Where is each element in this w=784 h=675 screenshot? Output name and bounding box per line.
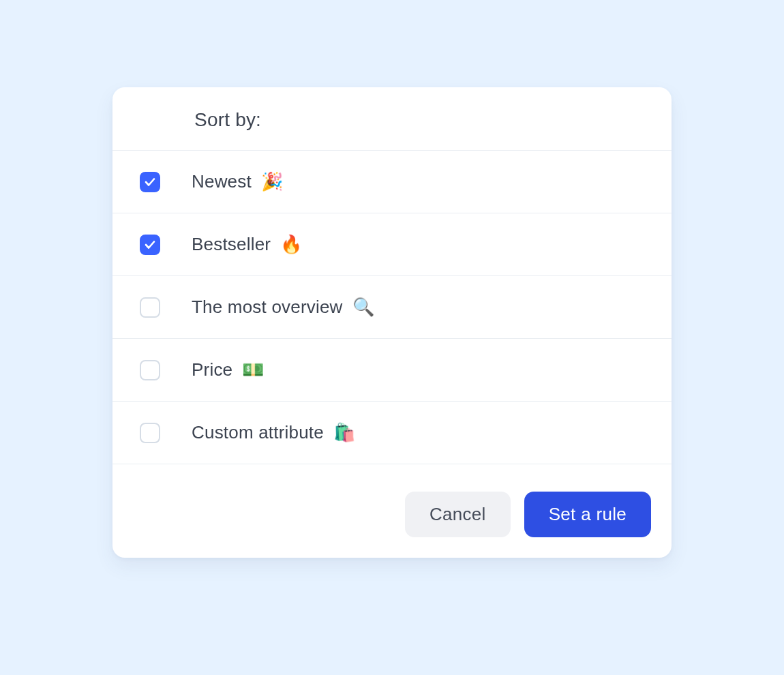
option-label: Price💵 [192,359,264,380]
option-label-text: The most overview [192,297,343,318]
dialog-title: Sort by: [194,109,644,131]
option-label-text: Custom attribute [192,422,324,443]
sort-dialog: Sort by: Newest🎉Bestseller🔥The most over… [112,87,672,558]
option-emoji-icon: 🎉 [261,171,283,192]
checkbox[interactable] [140,423,160,443]
checkbox[interactable] [140,297,160,318]
options-list: Newest🎉Bestseller🔥The most overview🔍Pric… [112,151,672,464]
option-label-text: Price [192,359,232,380]
option-emoji-icon: 🔍 [352,297,374,318]
option-newest[interactable]: Newest🎉 [112,151,672,213]
option-label-text: Newest [192,171,252,192]
set-rule-button[interactable]: Set a rule [524,492,651,537]
option-emoji-icon: 🔥 [280,234,302,255]
option-emoji-icon: 💵 [242,359,264,380]
option-most-overview[interactable]: The most overview🔍 [112,276,672,339]
option-label: Bestseller🔥 [192,234,302,255]
checkbox[interactable] [140,172,160,192]
option-emoji-icon: 🛍️ [333,422,355,443]
dialog-footer: Cancel Set a rule [112,464,672,558]
option-label-text: Bestseller [192,234,271,255]
dialog-header: Sort by: [112,87,672,151]
option-label: Custom attribute🛍️ [192,422,355,443]
option-label: Newest🎉 [192,171,283,192]
cancel-button[interactable]: Cancel [405,492,511,537]
checkbox[interactable] [140,235,160,255]
option-label: The most overview🔍 [192,297,374,318]
checkbox[interactable] [140,360,160,380]
option-price[interactable]: Price💵 [112,339,672,402]
option-custom-attribute[interactable]: Custom attribute🛍️ [112,402,672,464]
option-bestseller[interactable]: Bestseller🔥 [112,213,672,276]
